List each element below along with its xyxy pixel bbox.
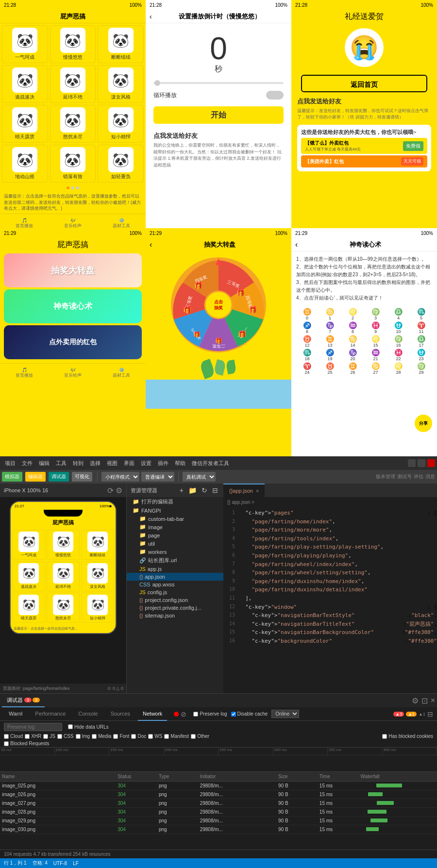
rp1-button[interactable]: 免费领: [403, 141, 423, 151]
grid-item-11[interactable]: 🐼 错落有致: [50, 145, 96, 183]
ws-cb[interactable]: WS: [148, 734, 162, 739]
start-button[interactable]: 开始: [153, 106, 284, 124]
mode-select[interactable]: 小程序模式: [101, 472, 139, 482]
menu-edit[interactable]: 编辑: [36, 459, 52, 468]
media-cb[interactable]: Media: [92, 734, 111, 739]
tab-home-1[interactable]: 🎵 首页播放: [0, 214, 49, 228]
tree-item-project-private-config-j---[interactable]: {} project.private.config.j...: [127, 604, 223, 612]
lottery-card[interactable]: 抽奖大转盘: [4, 253, 142, 287]
rp-yellow-card[interactable]: 【饿了么】外卖红包 人人可领下单立减 每天最高66元 免费领: [301, 138, 427, 154]
inner-item-8[interactable]: 🐼 憨扰未尽: [47, 593, 80, 623]
doc-cb[interactable]: Doc: [131, 734, 146, 739]
new-file-btn[interactable]: +: [178, 486, 185, 494]
grid-item-1[interactable]: 🐼 一气呵成: [2, 25, 48, 63]
menu-wechat[interactable]: 微信开发者工具: [189, 459, 232, 468]
mind-card[interactable]: 神奇读心术: [4, 289, 142, 323]
rotate-icon[interactable]: ⟳: [107, 486, 114, 495]
grid-item-12[interactable]: 🐼 如轻重负: [98, 145, 144, 183]
hide-data-urls-cb[interactable]: Hide data URLs: [68, 724, 109, 730]
grid-item-2[interactable]: 🐼 慢慢悠悠: [50, 25, 96, 63]
tab-performance[interactable]: Performance: [30, 707, 70, 721]
compile-select[interactable]: 普通编译: [141, 472, 174, 482]
col-header-size[interactable]: Size: [276, 774, 318, 779]
menu-help[interactable]: 帮助: [172, 459, 188, 468]
css-cb[interactable]: CSS: [57, 734, 74, 739]
grid-item-10[interactable]: 🐼 地动山摇: [2, 145, 48, 183]
rp2-button[interactable]: 天天可领: [401, 157, 423, 166]
grid-item-6[interactable]: 🐼 泼女风格: [98, 65, 144, 103]
loop-toggle[interactable]: [266, 91, 284, 100]
disable-cache-cb[interactable]: Disable cache: [231, 711, 268, 717]
inner-item-4[interactable]: 🐼 速战速决: [12, 561, 45, 591]
network-row[interactable]: image_030.png 304 png 29808/m... 90 B 15…: [0, 825, 437, 834]
inner-item-1[interactable]: 🐼 一气呵成: [12, 530, 45, 560]
menu-select[interactable]: 选择: [87, 459, 103, 468]
tab-console[interactable]: Console: [73, 707, 102, 721]
grid-item-5[interactable]: 🐼 延绵不绝: [50, 65, 96, 103]
tree-item-FANGPI[interactable]: 📁 FANGPI: [127, 506, 223, 515]
inner-item-6[interactable]: 🐼 泼女风格: [81, 561, 114, 591]
cloud-cb[interactable]: Cloud: [4, 734, 23, 739]
devtools-expand-btn[interactable]: ⊡: [421, 696, 428, 705]
tree-item-project-config-json[interactable]: {} project.config.json: [127, 596, 223, 604]
preserve-log-cb[interactable]: Preserve log: [193, 711, 227, 717]
tree-item-image[interactable]: 📁 image: [127, 523, 223, 531]
inner-item-2[interactable]: 🐼 慢慢悠悠: [47, 530, 80, 560]
minimize-button[interactable]: [408, 459, 416, 467]
return-home-button[interactable]: 返回首页: [301, 75, 427, 92]
online-select[interactable]: Online: [271, 710, 299, 718]
devtools-tab-debugger[interactable]: 调试器 3 3: [2, 694, 45, 707]
tab-tools-4[interactable]: ⚙️ 器材工具: [97, 364, 146, 383]
share-button[interactable]: 分享: [415, 415, 432, 432]
menu-goto[interactable]: 转到: [70, 459, 86, 468]
tree-item-util[interactable]: 📁 util: [127, 539, 223, 548]
tree-item------url[interactable]: 🔗 站长图库.url: [127, 556, 223, 565]
simulator-button[interactable]: 模拟器: [2, 472, 22, 482]
tree-item-custom-tab-bar[interactable]: 📁 custom-tab-bar: [127, 515, 223, 523]
inner-item-5[interactable]: 🐼 延绵不绝: [47, 561, 80, 591]
collapse-btn[interactable]: ⊟: [211, 486, 219, 494]
menu-file[interactable]: 文件: [19, 459, 35, 468]
blocked-requests-cb[interactable]: Blocked Requests: [4, 741, 50, 746]
spin-wheel[interactable]: 三等奖 四等奖 一等奖 二等奖 谢谢参与 三等奖 四等奖 🎁 🎁 🎁 🎁 🎁 🎁…: [170, 256, 267, 353]
col-header-initiator[interactable]: Initiator: [198, 774, 276, 779]
menu-view[interactable]: 视图: [104, 459, 120, 468]
settings-icon[interactable]: ⚙: [116, 486, 122, 495]
grid-item-4[interactable]: 🐼 速战速决: [2, 65, 48, 103]
redpacket-card-btn[interactable]: 点外卖用的红包: [4, 325, 142, 359]
col-header-name[interactable]: Name: [0, 774, 116, 779]
tab-warnl[interactable]: Warnl: [4, 707, 27, 721]
tab-home-4[interactable]: 🎵 首页播放: [0, 364, 49, 383]
network-filter-input[interactable]: [4, 723, 62, 731]
img-cb[interactable]: Img: [76, 734, 90, 739]
network-row[interactable]: image_027.png 304 png 29808/m... 90 B 15…: [0, 799, 437, 808]
refresh-btn[interactable]: ↻: [200, 486, 209, 494]
grid-item-3[interactable]: 🐼 断断续续: [98, 25, 144, 63]
manifest-cb[interactable]: Manifest: [164, 734, 189, 739]
machine-select[interactable]: 真机调试: [183, 472, 216, 482]
network-row[interactable]: image_028.png 304 png 29808/m... 90 B 15…: [0, 808, 437, 817]
menu-settings[interactable]: 设置: [138, 459, 154, 468]
inner-item-9[interactable]: 🐼 短小精悍: [81, 593, 114, 623]
grid-item-8[interactable]: 🐼 憨扰未尽: [50, 105, 96, 143]
debugger-button[interactable]: 调试器: [49, 472, 69, 482]
menu-plugins[interactable]: 插件: [155, 459, 171, 468]
tree-item-page[interactable]: 📁 page: [127, 531, 223, 539]
other-cb[interactable]: Other: [191, 734, 209, 739]
tab-sources[interactable]: Sources: [106, 707, 135, 721]
close-tab-icon[interactable]: ×: [256, 488, 259, 494]
xhr-cb[interactable]: XHR: [25, 734, 41, 739]
menu-project[interactable]: 项目: [2, 459, 18, 468]
tab-network[interactable]: Network: [138, 707, 167, 721]
rp-orange-card[interactable]: 【美团外卖】红包 天天可领: [301, 155, 427, 167]
editor-tab-appjson[interactable]: {} app.json ×: [223, 484, 265, 497]
clear-network-btn[interactable]: ⊘: [181, 710, 186, 718]
tree-item-------[interactable]: 📁 打开的编辑器: [127, 497, 223, 506]
tree-item-app-json[interactable]: {} app.json: [127, 573, 223, 581]
visual-button[interactable]: 可视化: [72, 472, 92, 482]
network-row[interactable]: image_029.png 304 png 29808/m... 90 B 15…: [0, 817, 437, 825]
slider-track[interactable]: [153, 82, 284, 84]
network-row[interactable]: image_026.png 304 png 29808/m... 90 B 15…: [0, 790, 437, 799]
tree-item-workers[interactable]: 📁 workers: [127, 548, 223, 556]
filter-icon-btn[interactable]: ⊟: [427, 710, 433, 718]
